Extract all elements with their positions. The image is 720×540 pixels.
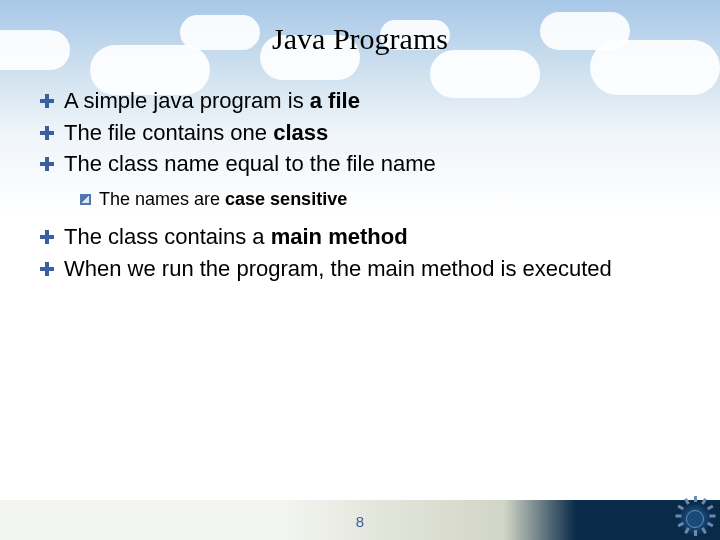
page-number: 8	[356, 513, 364, 530]
square-bullet-icon	[80, 194, 91, 205]
institution-logo-icon	[678, 502, 712, 536]
bullet-text: The class name equal to the file name	[64, 149, 436, 179]
list-item: The class contains a main method	[40, 222, 680, 252]
list-item: The file contains one class	[40, 118, 680, 148]
sub-bullet-text: The names are case sensitive	[99, 187, 347, 212]
bullet-text: When we run the program, the main method…	[64, 254, 612, 284]
bullet-text: The file contains one class	[64, 118, 328, 148]
plus-bullet-icon	[40, 94, 54, 108]
list-item: The class name equal to the file name	[40, 149, 680, 179]
plus-bullet-icon	[40, 126, 54, 140]
sub-list: The names are case sensitive	[40, 187, 680, 212]
slide-footer: 8	[0, 500, 720, 540]
bullet-text: The class contains a main method	[64, 222, 408, 252]
bullet-text: A simple java program is a file	[64, 86, 360, 116]
slide-content: A simple java program is a file The file…	[0, 56, 720, 284]
list-item: When we run the program, the main method…	[40, 254, 680, 284]
slide-title: Java Programs	[0, 0, 720, 56]
plus-bullet-icon	[40, 262, 54, 276]
plus-bullet-icon	[40, 230, 54, 244]
list-item: A simple java program is a file	[40, 86, 680, 116]
sub-list-item: The names are case sensitive	[80, 187, 680, 212]
plus-bullet-icon	[40, 157, 54, 171]
